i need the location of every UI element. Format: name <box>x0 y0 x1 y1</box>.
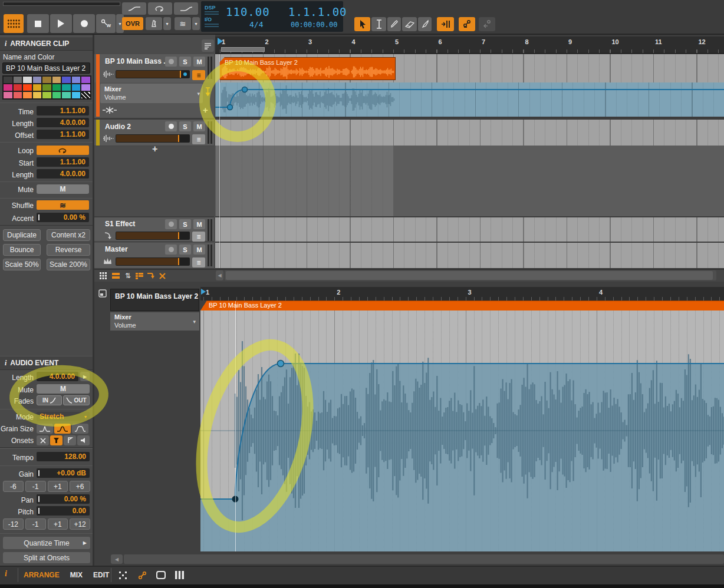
knife-tool-button[interactable] <box>418 17 432 31</box>
color-swatch[interactable] <box>72 92 81 98</box>
color-swatch[interactable] <box>4 77 12 83</box>
track-grid-view-button[interactable] <box>98 271 108 280</box>
grain-large-button[interactable] <box>72 424 88 434</box>
event-length-field[interactable]: 4.0.0.00 <box>37 372 78 381</box>
pencil-tool-button[interactable] <box>387 17 401 31</box>
tab-mix[interactable]: MIX <box>70 571 83 579</box>
scurve-tool-button[interactable] <box>174 2 198 15</box>
volume-slider[interactable] <box>116 70 190 78</box>
snap-toggle-button[interactable] <box>437 17 454 31</box>
volume-slider[interactable] <box>116 134 190 143</box>
color-swatch[interactable] <box>81 77 90 83</box>
pan-dot[interactable] <box>183 72 187 76</box>
track-list-view-button[interactable] <box>110 271 121 280</box>
tempo-field[interactable]: 128.00 <box>37 452 90 461</box>
automation-any-param-icon[interactable] <box>103 106 117 114</box>
grain-medium-button[interactable] <box>54 424 71 434</box>
color-swatch[interactable] <box>4 84 12 91</box>
onsets-detect-button[interactable] <box>50 435 62 445</box>
grain-small-button[interactable] <box>37 424 53 434</box>
detail-playhead-marker[interactable] <box>201 289 206 295</box>
color-swatch[interactable] <box>33 92 42 98</box>
volume-slider[interactable] <box>116 232 190 240</box>
mode-dropdown[interactable]: Stretch ▾ <box>37 412 90 421</box>
arranger-hscroll-left-button[interactable]: ◀ <box>216 270 223 280</box>
onsets-marker-button[interactable] <box>64 435 76 445</box>
metronome-button[interactable] <box>146 17 162 30</box>
clip-action-button[interactable]: Bounce <box>3 244 41 256</box>
add-automation-lane-button[interactable]: + <box>203 105 208 115</box>
record-arm-button[interactable] <box>165 57 177 67</box>
automation-lane-canvas[interactable] <box>215 82 724 117</box>
metronome-dropdown[interactable]: ▾ <box>163 17 171 30</box>
mute-button[interactable]: M <box>193 121 205 131</box>
collapsed-strip[interactable] <box>3 2 120 6</box>
automation-write-button[interactable]: w <box>96 14 116 33</box>
color-swatch[interactable] <box>81 92 90 98</box>
clip-name-input[interactable]: BP 10 Main Bass Layer 2 <box>2 62 90 74</box>
inspector-toggle-button[interactable]: i <box>5 569 7 579</box>
detail-ruler[interactable]: 1234 <box>200 287 724 300</box>
color-swatch[interactable] <box>42 84 51 91</box>
arranger-empty-area-outside[interactable] <box>393 146 724 216</box>
color-swatch[interactable] <box>14 77 22 83</box>
track-menu-button[interactable]: ≡ <box>192 134 205 144</box>
tempo-display[interactable]: 110.00 <box>226 5 270 18</box>
detail-canvas[interactable] <box>200 310 724 551</box>
gain-nudge-button[interactable]: -1 <box>25 481 46 492</box>
add-track-button[interactable]: + <box>152 144 157 154</box>
track-header-s1effect[interactable]: S1 Effect S M ≡ <box>94 216 214 242</box>
fade-out-button[interactable]: OUT <box>63 395 90 405</box>
loop-toggle-button[interactable] <box>148 2 172 15</box>
event-length-expand-button[interactable]: ▶ <box>80 372 90 381</box>
field-value[interactable]: 1.1.1.00 <box>37 130 89 139</box>
link-toggle-button[interactable] <box>459 17 475 31</box>
pitch-nudge-button[interactable]: -12 <box>3 518 24 530</box>
clip-mute-button[interactable]: M <box>37 184 89 194</box>
fade-tool-button[interactable] <box>122 2 146 15</box>
time-signature-display[interactable]: 4/4 <box>249 20 263 29</box>
bitwig-logo-button[interactable] <box>4 14 24 33</box>
automation-node[interactable] <box>228 105 233 110</box>
color-swatch[interactable] <box>33 84 42 91</box>
solo-button[interactable]: S <box>179 245 191 255</box>
color-swatch[interactable] <box>4 92 12 98</box>
quantize-time-button[interactable]: Quantize Time ▶ <box>3 537 90 549</box>
arranger-master-lane[interactable] <box>215 243 724 268</box>
field-value[interactable]: 1.1.1.00 <box>37 157 89 167</box>
automation-curve[interactable] <box>215 90 724 107</box>
color-swatch[interactable] <box>72 77 81 83</box>
pitch-nudge-button[interactable]: +1 <box>48 518 68 530</box>
shuffle-button[interactable]: ≋ <box>37 200 89 210</box>
global-shuffle-button[interactable]: ≋ <box>175 17 191 30</box>
field-value[interactable]: 1.1.1.00 <box>37 106 89 115</box>
automation-lane-header[interactable]: Mixer Volume ▾ + <box>94 82 214 120</box>
track-name[interactable]: Audio 2 <box>105 123 131 131</box>
field-value[interactable]: 4.0.0.00 <box>37 169 89 179</box>
automation-pin-icon[interactable] <box>205 87 211 96</box>
automation-target-box[interactable]: Mixer Volume ▾ <box>100 84 203 103</box>
record-arm-button[interactable] <box>165 245 177 255</box>
single-panel-layout-button[interactable] <box>154 569 167 581</box>
loop-button[interactable] <box>37 146 89 155</box>
position-display[interactable]: 1.1.1.00 <box>288 5 347 18</box>
color-swatch[interactable] <box>62 92 71 98</box>
track-menu-button[interactable]: ≡ <box>192 70 205 80</box>
playhead-marker[interactable] <box>218 38 223 45</box>
track-header-bp10[interactable]: BP 10 Main Bass ... S M ≡ <box>94 54 214 83</box>
color-swatch[interactable] <box>33 77 42 83</box>
color-swatch[interactable] <box>23 77 32 83</box>
onsets-clear-button[interactable] <box>37 435 49 445</box>
color-swatch[interactable] <box>81 84 90 91</box>
arranger-ruler[interactable]: 123456789101112 <box>215 37 724 54</box>
lane-layout-button[interactable] <box>202 39 214 52</box>
clip-action-button[interactable]: Content x2 <box>47 229 90 241</box>
color-swatch[interactable] <box>14 92 22 98</box>
color-swatch[interactable] <box>72 84 81 91</box>
arranger-clip-panel-header[interactable]: i ARRANGER CLIP <box>0 37 93 51</box>
track-menu-button[interactable]: ≡ <box>192 257 205 267</box>
play-button[interactable] <box>50 14 72 33</box>
link-views-button[interactable] <box>136 569 149 581</box>
onsets-audition-button[interactable] <box>77 435 90 445</box>
text-tool-button[interactable] <box>371 17 386 31</box>
